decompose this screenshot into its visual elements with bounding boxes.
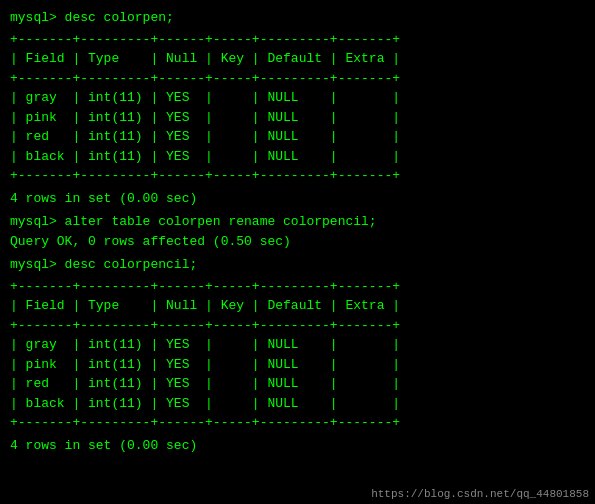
prompt-3: mysql> desc colorpencil;	[10, 255, 585, 275]
table-sep-mid-2: +-------+---------+------+-----+--------…	[10, 316, 585, 336]
prompt-2: mysql> alter table colorpen rename color…	[10, 212, 585, 232]
terminal-window: mysql> desc colorpen; +-------+---------…	[0, 0, 595, 467]
result-2: 4 rows in set (0.00 sec)	[10, 436, 585, 456]
table-row-red-2: | red | int(11) | YES | | NULL | |	[10, 374, 585, 394]
table-row-gray-2: | gray | int(11) | YES | | NULL | |	[10, 335, 585, 355]
table-row-black-2: | black | int(11) | YES | | NULL | |	[10, 394, 585, 414]
prompt-1: mysql> desc colorpen;	[10, 8, 585, 28]
table-sep-bot-1: +-------+---------+------+-----+--------…	[10, 166, 585, 186]
result-1: 4 rows in set (0.00 sec)	[10, 189, 585, 209]
table-row-pink-1: | pink | int(11) | YES | | NULL | |	[10, 108, 585, 128]
watermark: https://blog.csdn.net/qq_44801858	[371, 488, 589, 500]
table-sep-mid-1: +-------+---------+------+-----+--------…	[10, 69, 585, 89]
block-desc-colorpen: mysql> desc colorpen; +-------+---------…	[10, 8, 585, 208]
table-row-red-1: | red | int(11) | YES | | NULL | |	[10, 127, 585, 147]
table-sep-top-2: +-------+---------+------+-----+--------…	[10, 277, 585, 297]
table-2: +-------+---------+------+-----+--------…	[10, 277, 585, 433]
table-row-gray-1: | gray | int(11) | YES | | NULL | |	[10, 88, 585, 108]
block-alter: mysql> alter table colorpen rename color…	[10, 212, 585, 251]
table-header-1: | Field | Type | Null | Key | Default | …	[10, 49, 585, 69]
table-1: +-------+---------+------+-----+--------…	[10, 30, 585, 186]
table-sep-bot-2: +-------+---------+------+-----+--------…	[10, 413, 585, 433]
block-desc-colorpencil: mysql> desc colorpencil; +-------+------…	[10, 255, 585, 455]
table-row-black-1: | black | int(11) | YES | | NULL | |	[10, 147, 585, 167]
query-ok: Query OK, 0 rows affected (0.50 sec)	[10, 232, 585, 252]
table-sep-top-1: +-------+---------+------+-----+--------…	[10, 30, 585, 50]
table-header-2: | Field | Type | Null | Key | Default | …	[10, 296, 585, 316]
table-row-pink-2: | pink | int(11) | YES | | NULL | |	[10, 355, 585, 375]
